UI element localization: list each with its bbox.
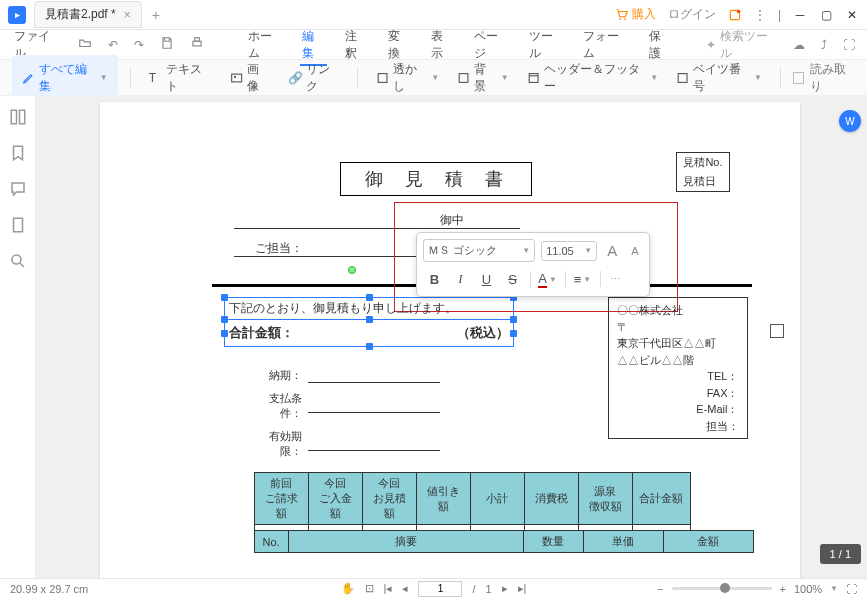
buy-link[interactable]: 購入: [615, 6, 656, 23]
svg-rect-4: [193, 41, 201, 46]
svg-rect-6: [231, 74, 241, 82]
search-sidebar-icon[interactable]: [9, 252, 27, 270]
comment-icon[interactable]: [9, 180, 27, 198]
share-icon[interactable]: ⤴: [821, 38, 827, 52]
strike-button[interactable]: S: [501, 268, 525, 290]
more-button[interactable]: ⋯: [606, 273, 625, 286]
watermark-tool[interactable]: 透かし▼: [370, 57, 445, 99]
svg-rect-9: [459, 73, 468, 82]
svg-rect-5: [195, 38, 200, 42]
pencil-icon: [22, 71, 35, 85]
detail-table[interactable]: No. 摘要 数量 単価 金額: [254, 530, 754, 553]
company-box[interactable]: 〇〇株式会社 〒 東京千代田区△△町 △△ビル△△階 TEL： FAX： E-M…: [608, 297, 748, 439]
svg-point-7: [234, 75, 236, 77]
notification-icon[interactable]: [728, 8, 742, 22]
terms[interactable]: 納期： 支払条件： 有効期限：: [248, 368, 440, 467]
zoom-in-button[interactable]: +: [780, 583, 786, 595]
thumbnails-icon[interactable]: [9, 108, 27, 126]
print-icon[interactable]: [190, 36, 204, 53]
fit-icon[interactable]: ⊡: [365, 582, 374, 595]
left-sidebar: [0, 96, 36, 578]
align-button[interactable]: ≡▼: [571, 268, 595, 290]
svg-line-17: [20, 263, 24, 267]
last-page-button[interactable]: ▸|: [518, 582, 527, 595]
bookmark-icon: [9, 144, 27, 162]
onchu-label[interactable]: 御中: [440, 212, 464, 229]
tab-close-icon[interactable]: ×: [124, 8, 131, 22]
svg-point-0: [619, 18, 621, 20]
resize-handle[interactable]: [221, 330, 228, 337]
statusbar: 20.99 x 29.7 cm ✋ ⊡ |◂ ◂ / 1 ▸ ▸| − + 10…: [0, 578, 867, 598]
maximize-button[interactable]: ▢: [819, 8, 833, 22]
readonly-label: 読み取り: [810, 61, 855, 95]
seal-box[interactable]: [770, 324, 784, 338]
save-icon[interactable]: [160, 36, 174, 53]
close-window-button[interactable]: ✕: [845, 8, 859, 22]
zoom-thumb[interactable]: [720, 583, 730, 593]
zoom-slider[interactable]: [672, 587, 772, 590]
cart-icon: [615, 8, 629, 22]
resize-handle[interactable]: [366, 343, 373, 350]
underline-button[interactable]: U: [475, 268, 499, 290]
tantou-label[interactable]: ご担当：: [255, 240, 303, 257]
background-tool[interactable]: 背景▼: [451, 57, 514, 99]
resize-handle[interactable]: [366, 294, 373, 301]
kebab-icon[interactable]: ⋮: [754, 8, 766, 22]
cloud-icon[interactable]: ☁: [793, 38, 805, 52]
edit-toolbar: すべて編集 ▼ Tテキスト 画像 🔗リンク 透かし▼ 背景▼ ヘッダー＆フッター…: [0, 60, 867, 96]
font-color-button[interactable]: A▼: [536, 268, 560, 290]
attachment-icon[interactable]: [9, 216, 27, 234]
fullscreen-icon[interactable]: ⛶: [846, 583, 857, 595]
resize-handle[interactable]: [221, 294, 228, 301]
divider: |: [778, 8, 781, 22]
hand-tool-icon[interactable]: ✋: [341, 582, 355, 595]
italic-button[interactable]: I: [449, 268, 473, 290]
bates-tool[interactable]: ベイツ番号▼: [670, 57, 768, 99]
ai-badge[interactable]: W: [839, 110, 861, 132]
line: [234, 228, 520, 229]
login-link[interactable]: ログイン: [668, 6, 716, 23]
rotation-handle[interactable]: [348, 266, 356, 274]
bold-button[interactable]: B: [423, 268, 447, 290]
tab-annotate[interactable]: 注釈: [343, 24, 370, 66]
doc-title[interactable]: 御見積書: [340, 162, 532, 196]
header-footer-tool[interactable]: ヘッダー＆フッター▼: [521, 57, 665, 99]
expand-icon[interactable]: ⛶: [843, 38, 855, 52]
next-page-button[interactable]: ▸: [502, 582, 508, 595]
zoom-value[interactable]: 100%: [794, 583, 822, 595]
svg-point-1: [624, 18, 626, 20]
redo-icon[interactable]: ↷: [134, 38, 144, 52]
svg-point-16: [12, 255, 21, 264]
page-dimensions: 20.99 x 29.7 cm: [10, 583, 88, 595]
font-select[interactable]: ＭＳ ゴシック▼: [423, 239, 536, 262]
chevron-down-icon: ▼: [100, 73, 108, 82]
open-icon[interactable]: [78, 36, 92, 53]
readonly-checkbox[interactable]: [793, 72, 804, 84]
minimize-button[interactable]: ─: [793, 8, 807, 22]
canvas[interactable]: W 1 / 1 御見積書 見積No. 見積日 御中 ご担当： 下記のとおり、御見…: [36, 96, 867, 578]
estimate-box[interactable]: 見積No. 見積日: [676, 152, 729, 192]
svg-point-3: [737, 9, 741, 13]
pdf-page[interactable]: 御見積書 見積No. 見積日 御中 ご担当： 下記のとおり、御見積もり申し上げま…: [100, 102, 800, 578]
image-tool[interactable]: 画像: [224, 57, 276, 99]
increase-font-button[interactable]: A: [603, 242, 621, 259]
resize-handle[interactable]: [366, 316, 373, 323]
first-page-button[interactable]: |◂: [384, 582, 393, 595]
edit-all-button[interactable]: すべて編集 ▼: [12, 55, 118, 101]
svg-rect-13: [11, 110, 16, 124]
svg-rect-10: [529, 73, 538, 82]
tab-title: 見積書2.pdf *: [45, 6, 116, 23]
svg-rect-8: [378, 73, 387, 82]
font-size-select[interactable]: 11.05▼: [541, 241, 597, 261]
format-toolbar[interactable]: ＭＳ ゴシック▼ 11.05▼ A A B I U S A▼ ≡▼ ⋯: [416, 232, 650, 297]
undo-icon[interactable]: ↶: [108, 38, 118, 52]
total-box[interactable]: 合計金額： （税込）: [224, 319, 514, 347]
decrease-font-button[interactable]: A: [627, 245, 642, 257]
prev-page-button[interactable]: ◂: [402, 582, 408, 595]
resize-handle[interactable]: [510, 330, 517, 337]
new-tab-button[interactable]: +: [152, 7, 160, 23]
link-tool[interactable]: 🔗リンク: [282, 57, 346, 99]
page-input[interactable]: [418, 581, 462, 597]
text-tool[interactable]: Tテキスト: [143, 57, 218, 99]
zoom-out-button[interactable]: −: [657, 583, 663, 595]
